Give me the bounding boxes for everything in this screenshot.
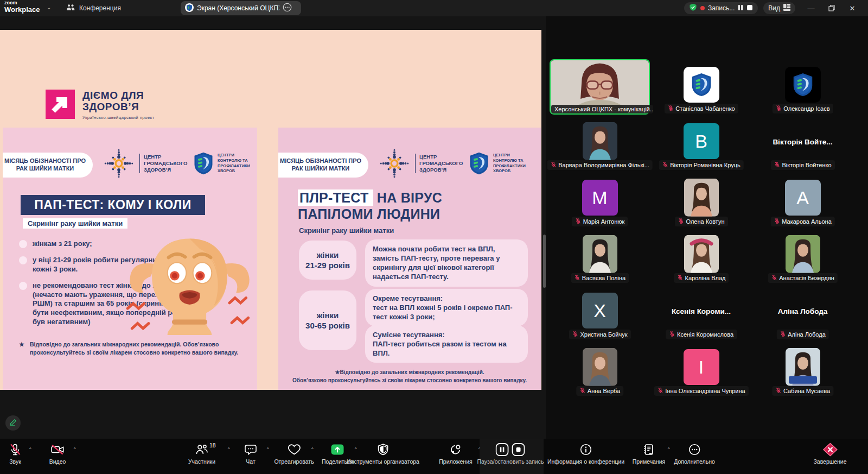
pencil-icon <box>9 418 17 428</box>
brand-title-line1: ДІЄМО ДЛЯ <box>82 90 144 101</box>
toolbar-button-host-tools[interactable]: Инструменты организатора <box>347 443 419 465</box>
participant-tile[interactable]: I Інна Олександрівна Чуприна <box>650 341 752 397</box>
cdc-shield-icon <box>467 151 491 178</box>
participant-tile[interactable]: Анастасія Безердян <box>752 228 853 285</box>
close-button[interactable]: ✕ <box>842 0 863 16</box>
toolbar-button-record-controls[interactable]: Пауза/остановить запись <box>477 443 544 465</box>
participant-name-label: Анна Верба <box>576 386 623 396</box>
participant-name-label: Вікторія Войтенко <box>770 160 834 170</box>
mic-muted-icon <box>775 105 781 112</box>
participant-display-name: Аліна Лобода <box>752 307 853 315</box>
participant-tile[interactable]: B Вікторія Романівна Круць <box>650 115 752 172</box>
participant-tile[interactable]: Вікторія Войте... Вікторія Войтенко <box>752 115 853 172</box>
participant-tile[interactable]: Ксенія Короми... Ксенія Коромислова <box>650 285 752 341</box>
participant-name-label: Христина Бойчук <box>569 330 630 339</box>
chevron-up-icon[interactable]: ⌃ <box>227 447 231 452</box>
mic-muted-icon <box>574 274 580 282</box>
heart-icon <box>287 443 301 457</box>
mic-muted-icon <box>662 161 668 169</box>
minimize-button[interactable]: — <box>801 0 821 16</box>
view-button[interactable]: Вид <box>763 2 795 14</box>
slide-tag: Скринінг раку шийки матки <box>23 218 127 229</box>
stop-recording-icon[interactable] <box>746 4 753 12</box>
toolbar-button-end[interactable]: Завершение <box>813 443 846 465</box>
star-icon: ★ <box>19 340 24 357</box>
slide-header: МІСЯЦЬ ОБІЗНАНОСТІ ПРО РАК ШИЙКИ МАТКИ Ц… <box>3 151 257 180</box>
chevron-up-icon[interactable]: ⌃ <box>73 447 77 452</box>
awareness-pill: МІСЯЦЬ ОБІЗНАНОСТІ ПРО РАК ШИЙКИ МАТКИ <box>278 153 368 178</box>
participant-name-label: Анастасія Безердян <box>768 273 837 283</box>
annotate-button[interactable] <box>5 415 21 431</box>
recording-indicator[interactable]: Запись... <box>684 2 758 14</box>
end-icon <box>822 443 838 457</box>
participant-name-label: Станіслав Чабаненко <box>664 104 738 113</box>
ellipsis-circle-icon[interactable] <box>283 3 292 14</box>
chevron-down-icon[interactable]: ⌄ <box>47 4 51 10</box>
project-logo: ДІЄМО ДЛЯ ЗДОРОВ’Я Українсько-швейцарськ… <box>46 90 154 120</box>
toolbar-button-heart[interactable]: Отреагировать⌃ <box>274 443 314 465</box>
video-feed <box>583 235 617 273</box>
participant-tile[interactable]: Аліна Лобода Аліна Лобода <box>752 285 853 341</box>
participant-tile[interactable]: X Христина Бойчук <box>549 285 650 341</box>
age-box-30-65: жінки30-65 років <box>299 290 356 350</box>
tab-meeting[interactable]: Конференция <box>66 0 121 16</box>
video-feed <box>583 122 617 160</box>
slide-header: МІСЯЦЬ ОБІЗНАНОСТІ ПРО РАК ШИЙКИ МАТКИ Ц… <box>278 151 541 180</box>
participant-tile[interactable]: Олександр Ісаєв <box>752 59 853 115</box>
toolbar-button-notes[interactable]: Примечания⌃ <box>633 443 666 465</box>
record-controls-icon <box>496 443 525 457</box>
toolbar-button-more[interactable]: Дополнительно <box>674 443 715 465</box>
participant-name-label: Васяєва Поліна <box>571 273 629 283</box>
advice-box-1: Можна почати робити тест на ВПЛ, замість… <box>365 239 528 287</box>
cdc-shield-icon <box>192 151 215 178</box>
pause-recording-icon[interactable] <box>738 4 743 12</box>
tab-screen-label: Экран (Херсонський ОЦКПХ - ко <box>197 4 279 12</box>
notes-icon <box>642 443 655 457</box>
toolbar-button-camera-muted[interactable]: Видео⌃ <box>49 443 66 465</box>
awareness-pill: МІСЯЦЬ ОБІЗНАНОСТІ ПРО РАК ШИЙКИ МАТКИ <box>3 153 93 178</box>
apps-icon <box>449 443 463 457</box>
tab-screen-share[interactable]: Экран (Херсонський ОЦКПХ - ко <box>181 1 301 15</box>
chevron-up-icon[interactable]: ⌃ <box>28 447 33 452</box>
toolbar-button-mic-muted[interactable]: Звук⌃ <box>9 443 22 465</box>
chevron-up-icon[interactable]: ⌃ <box>667 447 671 452</box>
avatar: I <box>684 349 719 385</box>
participant-tile[interactable]: Станіслав Чабаненко <box>650 59 752 115</box>
chevron-up-icon[interactable]: ⌃ <box>310 447 315 452</box>
avatar: B <box>684 123 719 159</box>
participant-tile[interactable]: A Макарова Альона <box>752 172 853 228</box>
mic-muted-icon <box>775 387 781 395</box>
participant-tile[interactable]: M Марія Антонюк <box>549 172 650 228</box>
title-rest: НА ВІРУС <box>373 190 443 205</box>
advice-box-2b: Сумісне тесутвання:ПАП-тест робиться раз… <box>365 325 528 363</box>
chevron-up-icon[interactable]: ⌃ <box>266 447 270 452</box>
participant-tile[interactable]: Кароліна Влад <box>650 228 752 285</box>
participant-tile[interactable]: Анна Верба <box>549 341 650 397</box>
video-feed <box>583 348 617 386</box>
toolbar-button-participants[interactable]: Участники18⌃ <box>188 443 215 465</box>
mic-muted-icon <box>550 161 556 169</box>
shield-check-icon <box>689 3 697 13</box>
toolbar-button-apps[interactable]: Приложения⌃ <box>439 443 472 465</box>
participant-name-label: Кароліна Влад <box>674 273 729 283</box>
gallery-scrollbar[interactable] <box>543 235 546 288</box>
avatar-logo <box>785 67 821 103</box>
brand-subtitle: Українсько-швейцарський проект <box>82 115 154 120</box>
share-icon <box>330 443 344 457</box>
participant-tile[interactable]: Сабина Мусаева <box>752 341 853 397</box>
org2-label: ЦЕНТРИ КОНТРОЛЮ ТА ПРОФІЛАКТИКИ ХВОРОБ <box>493 153 532 174</box>
toolbar-button-info[interactable]: Информация о конференции <box>547 443 624 465</box>
shared-screen: ДІЄМО ДЛЯ ЗДОРОВ’Я Українсько-швейцарськ… <box>0 16 546 439</box>
chat-icon <box>244 443 258 457</box>
participant-tile[interactable]: Варвара Володимирівна Фількі... <box>549 115 650 172</box>
mic-muted-icon <box>774 218 780 225</box>
participant-gallery: Херсонський ОЦКПХ - комунікацій... Стані… <box>546 16 868 439</box>
mic-muted-icon <box>780 331 786 338</box>
participant-name-label: Вікторія Романівна Круць <box>659 160 744 170</box>
maximize-button[interactable] <box>821 0 842 16</box>
participant-tile[interactable]: Васяєва Поліна <box>549 228 650 285</box>
mic-muted-icon <box>669 331 675 338</box>
participant-tile[interactable]: Херсонський ОЦКПХ - комунікацій... <box>549 59 650 115</box>
toolbar-button-chat[interactable]: Чат⌃ <box>244 443 258 465</box>
participant-tile[interactable]: Олена Ковтун <box>650 172 752 228</box>
